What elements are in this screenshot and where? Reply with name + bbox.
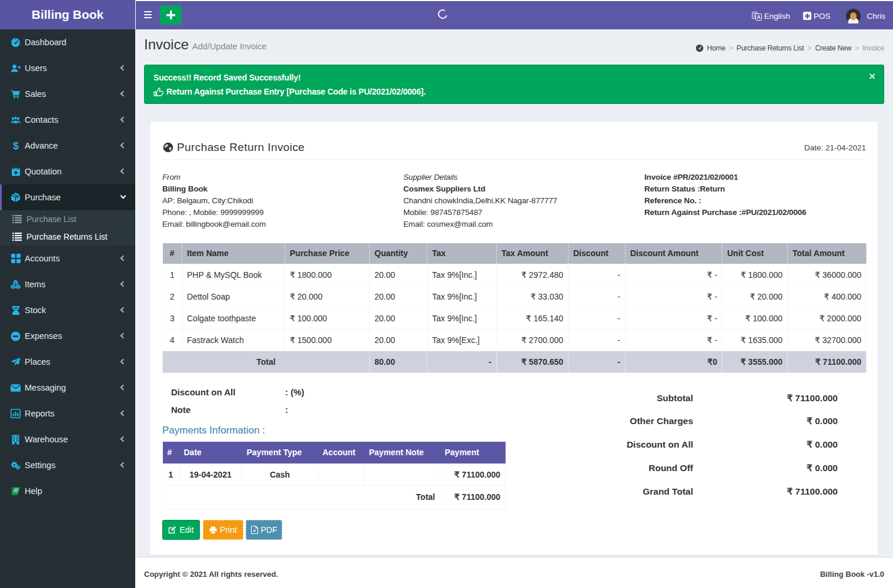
svg-text:P: P xyxy=(253,529,255,533)
svg-text:$: $ xyxy=(13,140,19,151)
svg-text:A: A xyxy=(757,14,760,20)
